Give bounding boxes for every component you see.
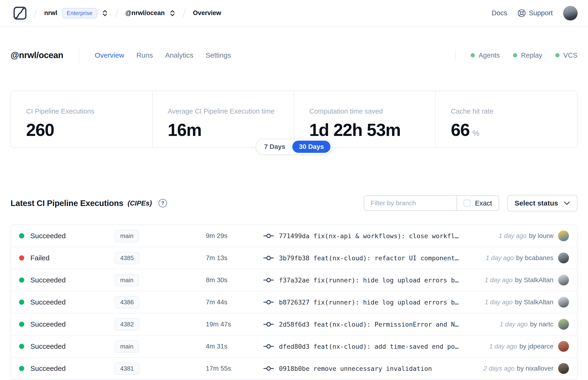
- status-label: Succeeded: [30, 232, 66, 240]
- time-ago: 1 day ago: [485, 299, 513, 306]
- branch-badge[interactable]: 4381: [114, 362, 139, 375]
- exact-toggle[interactable]: Exact: [456, 196, 499, 210]
- duration: 7m 13s: [206, 254, 264, 262]
- status-dot-icon: [19, 255, 24, 261]
- author-avatar[interactable]: [558, 275, 569, 285]
- stat-suffix: %: [472, 129, 479, 138]
- breadcrumb: nrwl Enterprise @nrwl/ocean Overview: [13, 6, 221, 20]
- navbar-actions: Docs Support: [492, 6, 578, 20]
- commit-cell: 2d58f6d3 feat(nx-cloud): PermissionError…: [264, 321, 494, 328]
- cipe-row[interactable]: Failed 4385 7m 13s 3b79fb38 feat(nx-clou…: [11, 247, 577, 269]
- docs-link[interactable]: Docs: [492, 9, 507, 17]
- commit-cell: 771499da fix(nx-api & workflows): close …: [264, 232, 493, 240]
- tab-runs[interactable]: Runs: [136, 51, 153, 59]
- commit-message[interactable]: 2d58f6d3 feat(nx-cloud): PermissionError…: [279, 321, 459, 328]
- cipe-row[interactable]: Succeeded main 9m 29s 771499da fix(nx-ap…: [11, 225, 577, 247]
- commit-message[interactable]: b8726327 fix(runner): hide log upload er…: [279, 299, 459, 306]
- author: by lourw: [529, 232, 553, 240]
- author: by nartc: [530, 321, 553, 328]
- author: by nixallover: [517, 365, 553, 372]
- user-avatar[interactable]: [563, 6, 578, 20]
- author: by jdpearce: [519, 342, 553, 350]
- org-switcher-icon[interactable]: [102, 9, 108, 17]
- branch-filter-input[interactable]: [364, 196, 456, 210]
- meta-cell: 1 day ago by StalkAltan: [485, 275, 569, 285]
- status-label: Succeeded: [30, 342, 66, 350]
- stat-value: 16m: [168, 120, 202, 140]
- top-navbar: nrwl Enterprise @nrwl/ocean Overview Doc…: [0, 0, 588, 27]
- duration: 7m 44s: [206, 298, 264, 306]
- breadcrumb-org[interactable]: nrwl: [44, 9, 57, 17]
- commit-cell: 3b79fb38 feat(nx-cloud): refactor UI com…: [264, 254, 480, 262]
- author-avatar[interactable]: [558, 252, 569, 263]
- time-ago: 1 day ago: [486, 254, 514, 262]
- indicator-vcs[interactable]: VCS: [555, 52, 577, 59]
- stat-card-cache-hit: Cache hit rate 66 %: [435, 91, 577, 148]
- cipe-row[interactable]: Succeeded 4382 19m 47s 2d58f6d3 feat(nx-…: [11, 313, 577, 336]
- commit-cell: f37a32ae fix(runner): hide log upload er…: [264, 277, 479, 284]
- support-label: Support: [529, 9, 553, 17]
- author-avatar[interactable]: [558, 363, 569, 374]
- stat-card-executions: CI Pipeline Executions 260: [11, 91, 152, 148]
- status-label: Succeeded: [30, 320, 66, 328]
- status-label: Succeeded: [30, 276, 66, 284]
- commit-message[interactable]: 0918b0be remove unnecessary invalidation: [279, 365, 432, 372]
- nx-cloud-logo-icon[interactable]: [13, 6, 27, 20]
- workspace-tabs: Overview Runs Analytics Settings: [95, 51, 231, 59]
- commit-message[interactable]: 3b79fb38 feat(nx-cloud): refactor UI com…: [279, 254, 459, 262]
- time-ago: 1 day ago: [500, 321, 528, 328]
- status-dot-icon: [19, 344, 24, 349]
- tab-settings[interactable]: Settings: [206, 51, 231, 59]
- commit-message[interactable]: f37a32ae fix(runner): hide log upload er…: [279, 277, 459, 284]
- branch-badge[interactable]: main: [114, 274, 139, 286]
- indicator-replay[interactable]: Replay: [513, 52, 542, 59]
- author-avatar[interactable]: [558, 319, 569, 330]
- cipe-row[interactable]: Succeeded 4381 17m 55s 0918b0be remove u…: [11, 358, 577, 380]
- status-label: Succeeded: [30, 364, 66, 373]
- exact-checkbox[interactable]: [464, 200, 471, 207]
- range-7-days[interactable]: 7 Days: [258, 141, 292, 153]
- cipe-title-suffix: (CIPEs): [128, 199, 152, 207]
- branch-badge[interactable]: 4385: [114, 252, 139, 264]
- chevron-down-icon: [564, 201, 570, 205]
- divider: [455, 50, 455, 60]
- git-commit-icon: [264, 233, 274, 239]
- range-30-days[interactable]: 30 Days: [292, 141, 330, 153]
- stat-value: 66: [451, 120, 470, 140]
- breadcrumb-separator: [34, 9, 37, 18]
- indicator-agents[interactable]: Agents: [471, 52, 500, 59]
- commit-message[interactable]: 771499da fix(nx-api & workflows): close …: [279, 232, 459, 240]
- author-avatar[interactable]: [558, 341, 569, 352]
- select-status-button[interactable]: Select status: [507, 195, 577, 211]
- commit-message[interactable]: dfed80d3 feat(nx-cloud): add time-saved …: [279, 343, 459, 350]
- duration: 17m 55s: [206, 365, 264, 372]
- git-commit-icon: [264, 343, 274, 349]
- branch-cell: main: [114, 340, 206, 353]
- green-dot-icon: [513, 53, 517, 57]
- cipe-row[interactable]: Succeeded 4386 7m 44s b8726327 fix(runne…: [11, 291, 577, 313]
- branch-badge[interactable]: 4382: [114, 318, 139, 331]
- meta-cell: 1 day ago by nartc: [500, 319, 569, 330]
- workspace-switcher-icon[interactable]: [169, 9, 175, 17]
- cipe-row[interactable]: Succeeded main 8m 30s f37a32ae fix(runne…: [11, 269, 577, 291]
- support-link[interactable]: Support: [517, 9, 553, 18]
- breadcrumb-separator: [115, 9, 118, 18]
- branch-badge[interactable]: main: [114, 340, 139, 353]
- branch-badge[interactable]: main: [114, 230, 139, 242]
- cipe-row[interactable]: Succeeded main 4m 31s dfed80d3 feat(nx-c…: [11, 336, 577, 358]
- status-cell: Succeeded: [19, 232, 114, 240]
- breadcrumb-workspace[interactable]: @nrwl/ocean: [125, 9, 165, 17]
- author-avatar[interactable]: [558, 297, 569, 307]
- tab-analytics[interactable]: Analytics: [165, 51, 193, 59]
- tab-overview[interactable]: Overview: [95, 51, 124, 59]
- exact-label: Exact: [475, 199, 492, 207]
- meta-cell: 1 day ago by StalkAltan: [485, 297, 569, 307]
- author-avatar[interactable]: [558, 230, 569, 241]
- branch-badge[interactable]: 4386: [114, 296, 139, 308]
- cipe-table: Succeeded main 9m 29s 771499da fix(nx-ap…: [11, 225, 577, 380]
- branch-cell: 4385: [114, 252, 206, 264]
- divider: [79, 47, 79, 63]
- help-icon[interactable]: ?: [158, 199, 167, 208]
- commit-cell: b8726327 fix(runner): hide log upload er…: [264, 299, 479, 306]
- duration: 8m 30s: [206, 276, 264, 284]
